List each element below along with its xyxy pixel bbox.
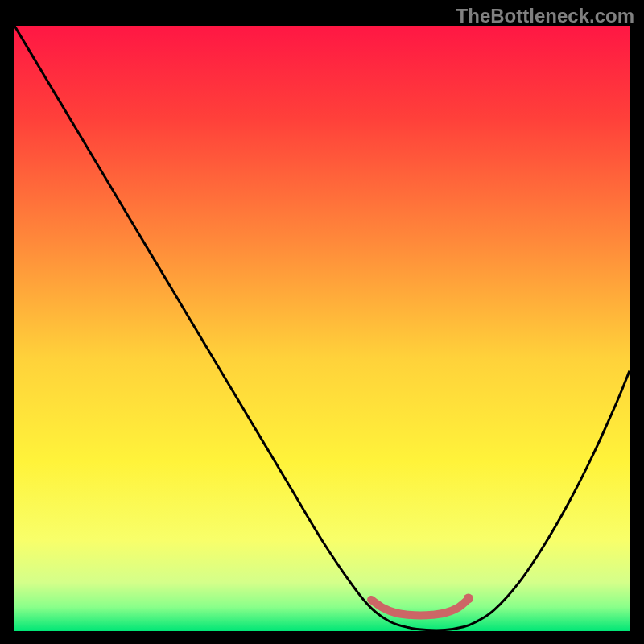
watermark-text: TheBottleneck.com — [456, 5, 634, 27]
optimal-range-end-dot — [464, 593, 473, 603]
bottleneck-chart — [0, 0, 644, 644]
chart-container: TheBottleneck.com — [0, 0, 644, 644]
